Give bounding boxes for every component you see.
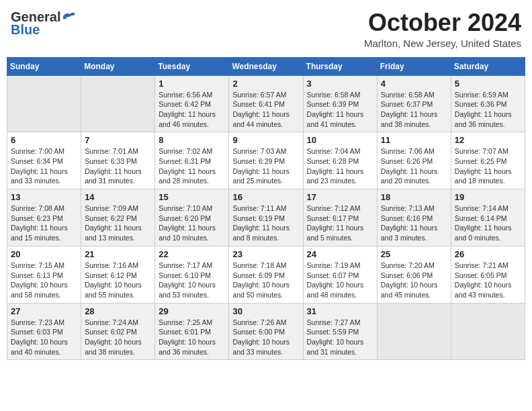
calendar-cell: 3Sunrise: 6:58 AM Sunset: 6:39 PM Daylig… [303,75,377,132]
day-number: 25 [381,249,447,259]
calendar-cell: 16Sunrise: 7:11 AM Sunset: 6:19 PM Dayli… [229,189,303,246]
day-info: Sunrise: 7:21 AM Sunset: 6:05 PM Dayligh… [455,261,521,300]
weekday-header: Sunday [7,57,81,75]
calendar-cell: 1Sunrise: 6:56 AM Sunset: 6:42 PM Daylig… [155,75,229,132]
calendar-cell: 23Sunrise: 7:18 AM Sunset: 6:09 PM Dayli… [229,246,303,303]
logo-bird-icon [62,11,77,23]
calendar-cell: 4Sunrise: 6:58 AM Sunset: 6:37 PM Daylig… [377,75,451,132]
calendar-week-row: 1Sunrise: 6:56 AM Sunset: 6:42 PM Daylig… [7,75,525,132]
day-number: 13 [11,192,77,202]
logo-blue-text: Blue [11,22,40,38]
day-number: 19 [455,192,521,202]
calendar-cell: 25Sunrise: 7:20 AM Sunset: 6:06 PM Dayli… [377,246,451,303]
day-info: Sunrise: 7:18 AM Sunset: 6:09 PM Dayligh… [232,261,299,300]
day-number: 23 [232,249,299,259]
calendar-cell: 17Sunrise: 7:12 AM Sunset: 6:17 PM Dayli… [303,189,377,246]
day-number: 30 [232,306,299,316]
calendar-cell: 11Sunrise: 7:06 AM Sunset: 6:26 PM Dayli… [377,132,451,189]
calendar-cell: 29Sunrise: 7:25 AM Sunset: 6:01 PM Dayli… [155,303,229,360]
day-number: 18 [381,192,447,202]
day-number: 17 [307,192,373,202]
day-number: 9 [232,135,299,145]
day-number: 7 [85,135,151,145]
day-info: Sunrise: 7:07 AM Sunset: 6:25 PM Dayligh… [455,146,521,186]
day-info: Sunrise: 7:11 AM Sunset: 6:19 PM Dayligh… [232,203,299,243]
day-info: Sunrise: 7:03 AM Sunset: 6:29 PM Dayligh… [232,146,299,186]
day-info: Sunrise: 7:17 AM Sunset: 6:10 PM Dayligh… [159,261,225,300]
calendar-cell [7,75,81,132]
day-number: 6 [11,135,77,145]
day-info: Sunrise: 7:10 AM Sunset: 6:20 PM Dayligh… [159,203,225,243]
day-info: Sunrise: 7:09 AM Sunset: 6:22 PM Dayligh… [85,203,151,243]
calendar-cell: 13Sunrise: 7:08 AM Sunset: 6:23 PM Dayli… [7,189,81,246]
calendar-cell: 19Sunrise: 7:14 AM Sunset: 6:14 PM Dayli… [451,189,525,246]
day-info: Sunrise: 6:58 AM Sunset: 6:39 PM Dayligh… [307,90,373,130]
page-header: General Blue October 2024 Marlton, New J… [7,7,525,52]
calendar-cell: 15Sunrise: 7:10 AM Sunset: 6:20 PM Dayli… [155,189,229,246]
calendar-cell: 6Sunrise: 7:00 AM Sunset: 6:34 PM Daylig… [7,132,81,189]
day-info: Sunrise: 7:24 AM Sunset: 6:02 PM Dayligh… [85,318,151,357]
day-number: 24 [307,249,373,259]
calendar-cell: 12Sunrise: 7:07 AM Sunset: 6:25 PM Dayli… [451,132,525,189]
calendar-cell: 26Sunrise: 7:21 AM Sunset: 6:05 PM Dayli… [451,246,525,303]
weekday-header: Friday [377,57,451,75]
day-number: 20 [11,249,77,259]
calendar-cell: 28Sunrise: 7:24 AM Sunset: 6:02 PM Dayli… [81,303,155,360]
weekday-header: Tuesday [155,57,229,75]
day-number: 31 [307,306,373,316]
day-number: 2 [232,79,299,89]
calendar-header-row: SundayMondayTuesdayWednesdayThursdayFrid… [7,57,525,75]
day-number: 1 [159,79,225,89]
day-info: Sunrise: 7:14 AM Sunset: 6:14 PM Dayligh… [455,203,521,243]
day-number: 15 [159,192,225,202]
day-info: Sunrise: 7:12 AM Sunset: 6:17 PM Dayligh… [307,203,373,243]
calendar-week-row: 13Sunrise: 7:08 AM Sunset: 6:23 PM Dayli… [7,189,525,246]
calendar-cell: 30Sunrise: 7:26 AM Sunset: 6:00 PM Dayli… [229,303,303,360]
weekday-header: Wednesday [229,57,303,75]
day-info: Sunrise: 7:01 AM Sunset: 6:33 PM Dayligh… [85,146,151,186]
day-info: Sunrise: 7:08 AM Sunset: 6:23 PM Dayligh… [11,203,77,243]
calendar-week-row: 20Sunrise: 7:15 AM Sunset: 6:13 PM Dayli… [7,246,525,303]
calendar-cell: 8Sunrise: 7:02 AM Sunset: 6:31 PM Daylig… [155,132,229,189]
day-info: Sunrise: 6:56 AM Sunset: 6:42 PM Dayligh… [159,90,225,130]
calendar-cell: 10Sunrise: 7:04 AM Sunset: 6:28 PM Dayli… [303,132,377,189]
calendar-cell [377,303,451,360]
day-info: Sunrise: 7:25 AM Sunset: 6:01 PM Dayligh… [159,318,225,357]
calendar-cell: 27Sunrise: 7:23 AM Sunset: 6:03 PM Dayli… [7,303,81,360]
calendar-cell: 18Sunrise: 7:13 AM Sunset: 6:16 PM Dayli… [377,189,451,246]
title-block: October 2024 Marlton, New Jersey, United… [364,9,521,49]
day-info: Sunrise: 7:19 AM Sunset: 6:07 PM Dayligh… [307,261,373,300]
day-info: Sunrise: 7:04 AM Sunset: 6:28 PM Dayligh… [307,146,373,186]
day-number: 4 [381,79,447,89]
weekday-header: Monday [81,57,155,75]
day-info: Sunrise: 7:26 AM Sunset: 6:00 PM Dayligh… [232,318,299,357]
day-info: Sunrise: 7:20 AM Sunset: 6:06 PM Dayligh… [381,261,447,300]
calendar-cell: 5Sunrise: 6:59 AM Sunset: 6:36 PM Daylig… [451,75,525,132]
calendar-cell: 22Sunrise: 7:17 AM Sunset: 6:10 PM Dayli… [155,246,229,303]
day-info: Sunrise: 7:15 AM Sunset: 6:13 PM Dayligh… [11,261,77,300]
calendar-week-row: 6Sunrise: 7:00 AM Sunset: 6:34 PM Daylig… [7,132,525,189]
day-info: Sunrise: 7:06 AM Sunset: 6:26 PM Dayligh… [381,146,447,186]
day-info: Sunrise: 7:00 AM Sunset: 6:34 PM Dayligh… [11,146,77,186]
calendar-table: SundayMondayTuesdayWednesdayThursdayFrid… [7,57,525,361]
day-number: 12 [455,135,521,145]
day-info: Sunrise: 6:59 AM Sunset: 6:36 PM Dayligh… [455,90,521,130]
weekday-header: Thursday [303,57,377,75]
calendar-cell: 31Sunrise: 7:27 AM Sunset: 5:59 PM Dayli… [303,303,377,360]
day-number: 10 [307,135,373,145]
calendar-cell [81,75,155,132]
day-info: Sunrise: 6:57 AM Sunset: 6:41 PM Dayligh… [232,90,299,130]
calendar-cell: 2Sunrise: 6:57 AM Sunset: 6:41 PM Daylig… [229,75,303,132]
day-number: 14 [85,192,151,202]
day-info: Sunrise: 7:27 AM Sunset: 5:59 PM Dayligh… [307,318,373,357]
day-info: Sunrise: 7:02 AM Sunset: 6:31 PM Dayligh… [159,146,225,186]
day-number: 8 [159,135,225,145]
day-number: 21 [85,249,151,259]
calendar-week-row: 27Sunrise: 7:23 AM Sunset: 6:03 PM Dayli… [7,303,525,360]
calendar-cell: 24Sunrise: 7:19 AM Sunset: 6:07 PM Dayli… [303,246,377,303]
calendar-cell: 20Sunrise: 7:15 AM Sunset: 6:13 PM Dayli… [7,246,81,303]
day-info: Sunrise: 6:58 AM Sunset: 6:37 PM Dayligh… [381,90,447,130]
calendar-cell [451,303,525,360]
day-number: 22 [159,249,225,259]
day-number: 16 [232,192,299,202]
